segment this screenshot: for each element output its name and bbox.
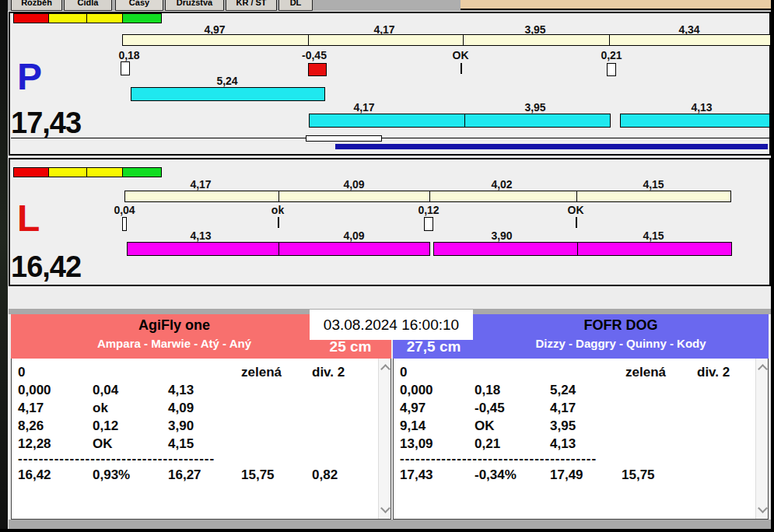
tab-kr-st[interactable]: KR / ST xyxy=(226,0,277,11)
table-cell: 0,04 xyxy=(93,383,118,398)
segment-divider xyxy=(577,242,578,256)
run-panel-l: L 16,42 4,17 4,09 4,02 4,15 0,04 ok 0,12… xyxy=(9,158,771,286)
table-cell: 9,14 xyxy=(400,418,426,434)
table-cell: 16,27 xyxy=(168,467,201,483)
split-label: 4,17 xyxy=(162,178,240,191)
run-total-p: 17,43 xyxy=(11,108,81,138)
run-bar-l xyxy=(127,242,430,256)
titlebar-remnant xyxy=(461,0,771,10)
team-dogs-left: Ampara - Marwie - Atý - Aný xyxy=(11,337,338,350)
gate-marker-fault xyxy=(308,63,327,76)
scrollbar[interactable] xyxy=(755,359,768,519)
yellow-light-2 xyxy=(87,13,123,23)
table-cell: 0 xyxy=(18,365,25,380)
table-cell: div. 2 xyxy=(697,365,730,380)
tab-rozbeh[interactable]: Rozběh xyxy=(11,0,62,11)
results-table-right: 0 zelená div. 2 0,000 0,18 5,24 4,97 -0,… xyxy=(393,359,769,520)
table-cell: zelená xyxy=(241,365,282,380)
run-bar-label: 3,90 xyxy=(463,229,541,242)
window-left-edge xyxy=(0,0,8,532)
run-bar-label: 4,15 xyxy=(615,229,692,242)
team-name-left: AgiFly one xyxy=(11,317,338,334)
run-bar-label: 3,95 xyxy=(496,101,574,114)
table-cell: 5,24 xyxy=(550,383,576,398)
green-light xyxy=(123,13,162,23)
table-cell: 17,49 xyxy=(550,467,583,483)
table-cell: 0 xyxy=(400,365,407,380)
tab-bar: Rozběh Čidla Časy Družstva KR / ST DL xyxy=(8,0,771,11)
run-bar-label: 4,17 xyxy=(325,101,403,114)
yellow-light-1 xyxy=(49,167,87,177)
split-label: 4,15 xyxy=(615,178,692,191)
table-cell: 3,90 xyxy=(168,418,194,434)
gate-label: 0,21 xyxy=(573,49,650,61)
gate-marker-box xyxy=(424,217,433,231)
chevron-down-icon[interactable] xyxy=(380,503,391,513)
team-height-right: 27,5 cm xyxy=(393,338,475,355)
scrollbar[interactable] xyxy=(378,359,391,519)
table-cell: 4,97 xyxy=(400,401,426,416)
status-lights-l xyxy=(13,167,162,177)
datetime-display: 03.08.2024 16:00:10 xyxy=(310,310,473,340)
table-cell: zelená xyxy=(625,365,666,380)
run-panel-p: P 17,43 4,97 4,17 3,95 4,34 0,18 -0,45 O… xyxy=(9,12,771,156)
gate-label: 0,12 xyxy=(390,204,468,216)
table-cell: 3,95 xyxy=(550,418,576,434)
run-letter-l: L xyxy=(17,200,40,237)
gate-label: OK xyxy=(537,204,615,216)
run-bar-p xyxy=(620,114,770,128)
progress-bar xyxy=(335,144,768,149)
run-letter-p: P xyxy=(17,58,42,96)
gate-label: -0,45 xyxy=(275,49,353,61)
table-divider: -------------------------------------- xyxy=(400,451,597,467)
table-cell: 4,13 xyxy=(550,436,576,452)
chevron-up-icon[interactable] xyxy=(380,364,391,374)
table-cell: 16,42 xyxy=(18,467,51,483)
yellow-light-1 xyxy=(49,13,87,23)
table-cell: 8,26 xyxy=(18,418,44,434)
table-cell: ok xyxy=(93,401,108,416)
table-cell: -0,45 xyxy=(475,401,505,416)
table-cell: 0,18 xyxy=(475,383,500,398)
gate-marker-tick xyxy=(461,63,462,74)
table-cell: OK xyxy=(475,418,495,434)
table-cell: 4,17 xyxy=(550,401,576,416)
team-height-left: 25 cm xyxy=(310,338,391,355)
tab-casy[interactable]: Časy xyxy=(115,0,163,11)
gate-label: 0,04 xyxy=(86,204,163,216)
green-light xyxy=(123,167,162,177)
tab-cidla[interactable]: Čidla xyxy=(64,0,112,11)
gate-marker-slim xyxy=(122,217,127,231)
run-bar-l xyxy=(433,242,732,256)
red-light xyxy=(13,167,49,177)
table-cell: OK xyxy=(93,436,113,452)
run-bar-label: 4,13 xyxy=(162,229,240,242)
team-dogs-right: Dizzy - Daggry - Quinny - Kody xyxy=(473,337,769,350)
run-bar-label: 4,09 xyxy=(315,229,393,242)
table-cell: 0,000 xyxy=(18,383,51,398)
run-total-l: 16,42 xyxy=(11,252,81,282)
segment-divider xyxy=(463,34,464,46)
footer-bottom-strip xyxy=(9,520,771,529)
tab-dl[interactable]: DL xyxy=(278,0,313,11)
table-cell: 4,15 xyxy=(168,436,194,452)
yellow-light-2 xyxy=(87,167,123,177)
chevron-down-icon[interactable] xyxy=(758,503,768,513)
chevron-up-icon[interactable] xyxy=(758,364,768,374)
table-cell: 4,17 xyxy=(18,401,44,416)
table-cell: 13,09 xyxy=(400,436,433,452)
table-cell: div. 2 xyxy=(312,365,345,380)
run-bar-label: 4,13 xyxy=(663,101,741,114)
split-label: 4,02 xyxy=(463,178,541,191)
table-cell: 15,75 xyxy=(241,467,275,483)
app-window: Rozběh Čidla Časy Družstva KR / ST DL P … xyxy=(0,0,774,532)
table-cell: 4,13 xyxy=(168,383,194,398)
table-divider: -------------------------------------- xyxy=(18,451,215,467)
tab-druzstva[interactable]: Družstva xyxy=(165,0,224,11)
gate-marker-box xyxy=(607,63,616,76)
segment-divider xyxy=(609,34,610,46)
window-bottom-edge xyxy=(0,529,774,532)
table-cell: 0,000 xyxy=(400,383,433,398)
timeline-line xyxy=(11,138,769,138)
run-bar-p xyxy=(131,87,325,101)
